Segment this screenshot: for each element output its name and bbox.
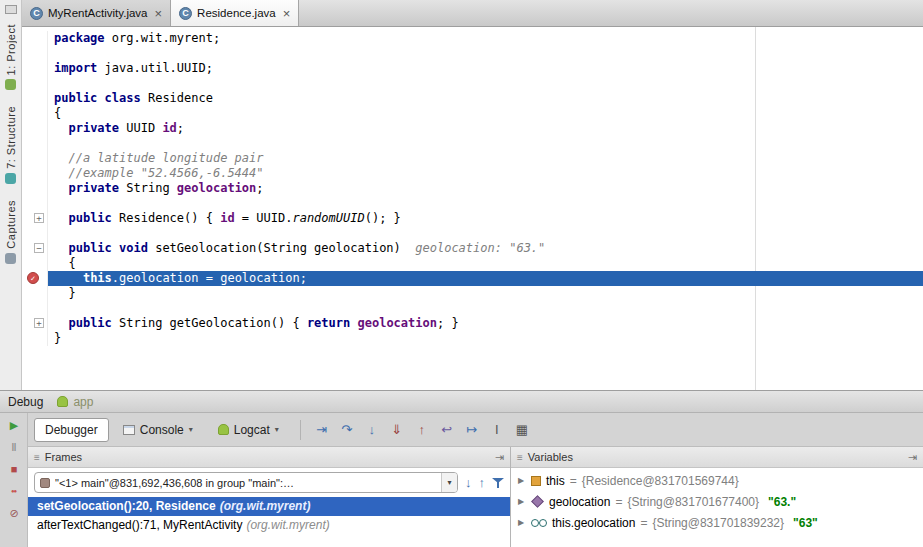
code-token: geolocation: "63." [401,241,546,255]
pause-icon[interactable]: Ⅱ [5,440,23,454]
fold-expand-icon[interactable]: + [34,318,44,328]
variable-row[interactable]: ▶geolocation = {String@831701677400}"63.… [511,491,923,512]
code-token: public [68,316,111,330]
debug-tool-window: Debug app ▶Ⅱ■●●⊘ DebuggerConsole▾Logcat▾… [0,390,923,547]
stop-icon[interactable]: ■ [5,462,23,476]
code-line[interactable]: //example "52.4566,-6.5444" [22,166,923,181]
equals-sign: = [640,516,647,530]
code-token: Residence() { [112,211,220,225]
code-line[interactable] [22,46,923,61]
show-execution-point-icon[interactable]: ⇥ [311,422,333,437]
tab-label: MyRentActivity.java [48,7,147,19]
close-tab-icon[interactable]: × [154,7,162,20]
step-into-icon[interactable]: ↓ [361,422,383,437]
code-line[interactable] [22,196,923,211]
code-line[interactable]: public class Residence [22,91,923,106]
gutter-cell [22,76,48,91]
dropdown-arrow-icon[interactable]: ▾ [441,473,457,492]
variable-row[interactable]: ▶this = {Residence@831701569744} [511,470,923,491]
tool-stripe-button-captures[interactable]: Captures [0,200,21,264]
editor-tab-myrentactivity-java[interactable]: CMyRentActivity.java× [22,0,171,26]
code-line[interactable]: { [22,106,923,121]
toolbar-separator [300,420,301,440]
evaluate-expression-icon[interactable]: ▦ [511,422,533,437]
run-to-cursor-icon[interactable]: ↦ [461,422,483,437]
step-out-icon[interactable]: ↑ [411,422,433,437]
equals-sign: = [615,495,622,509]
frame-row[interactable]: setGeolocation():20, Residence(org.wit.m… [28,497,510,516]
code-text: public void setGeolocation(String geoloc… [48,241,923,256]
thread-selector-value: "<1> main"@831,692,436,608 in group "mai… [55,477,436,489]
code-line[interactable]: package org.wit.myrent; [22,31,923,46]
drop-frame-icon[interactable]: ↩ [436,422,458,437]
resume-icon[interactable]: ▶ [5,418,23,432]
debug-tab-console[interactable]: Console▾ [112,418,204,442]
code-line[interactable] [22,136,923,151]
frame-text: afterTextChanged():71, MyRentActivity [37,518,242,532]
code-token [54,211,68,225]
view-breakpoints-icon[interactable]: ●● [5,484,23,498]
code-text: private String geolocation; [48,181,923,196]
debug-session-label: app [73,395,93,409]
code-text [48,46,923,61]
fold-expand-icon[interactable]: + [34,213,44,223]
tool-stripe-button-7-structure[interactable]: 7: Structure [0,106,21,184]
code-text [48,76,923,91]
expand-arrow-icon[interactable]: ▶ [516,497,526,506]
code-line[interactable]: //a latitude longitude pair [22,151,923,166]
fold-collapse-icon[interactable]: − [34,243,44,253]
hide-frames-filter-icon[interactable] [492,477,504,488]
dock-pin-icon[interactable]: ⇥ [908,451,917,464]
previous-frame-icon[interactable]: ↓ [465,475,472,490]
code-token [54,271,83,285]
gutter-cell: + [22,211,48,226]
code-line[interactable]: + public Residence() { id = UUID.randomU… [22,211,923,226]
next-frame-icon[interactable]: ↑ [479,475,486,490]
tool-stripe-label: 1: Project [5,24,17,75]
code-line[interactable]: + public String getGeolocation() { retur… [22,316,923,331]
tool-stripe-button-1-project[interactable]: 1: Project [0,24,21,90]
debug-tab-logcat[interactable]: Logcat▾ [207,418,290,442]
variable-name: this [546,474,565,488]
thread-selector[interactable]: "<1> main"@831,692,436,608 in group "mai… [34,472,458,493]
code-editor[interactable]: package org.wit.myrent;import java.util.… [22,27,923,390]
quick-evaluate-icon[interactable]: Ι [486,422,508,437]
debug-tab-label: Logcat [234,423,270,437]
code-line[interactable]: import java.util.UUID; [22,61,923,76]
code-line[interactable]: ✓ this.geolocation = geolocation; [22,271,923,286]
code-line[interactable] [22,226,923,241]
code-line[interactable]: private UUID id; [22,121,923,136]
editor-tab-bar: CMyRentActivity.java×CResidence.java× [22,0,923,27]
frame-row[interactable]: afterTextChanged():71, MyRentActivity(or… [28,516,510,535]
expand-arrow-icon[interactable]: ▶ [516,476,526,485]
code-lines: package org.wit.myrent;import java.util.… [22,31,923,346]
variable-string-value: "63" [793,516,818,530]
force-step-into-icon[interactable]: ⇓ [386,422,408,437]
close-tab-icon[interactable]: × [283,7,291,20]
debug-tab-debugger[interactable]: Debugger [34,418,109,442]
code-token: .geolocation = geolocation; [112,271,307,285]
dock-pin-icon[interactable]: ⇥ [495,451,504,464]
gutter-cell [22,181,48,196]
step-over-icon[interactable]: ↷ [336,422,358,437]
java-class-icon: C [179,7,192,20]
code-line[interactable]: { [22,256,923,271]
chevron-down-icon: ▾ [189,425,193,434]
code-line[interactable] [22,76,923,91]
code-line[interactable] [22,301,923,316]
code-line[interactable]: − public void setGeolocation(String geol… [22,241,923,256]
code-line[interactable]: private String geolocation; [22,181,923,196]
code-token: java.util.UUID; [97,61,213,75]
code-line[interactable]: } [22,286,923,301]
code-line[interactable]: } [22,331,923,346]
debug-toolbar: ⇥↷↓⇓↑↩↦Ι▦ [311,422,533,437]
variable-row[interactable]: ▶this.geolocation = {String@831701839232… [511,512,923,533]
gutter-cell [22,301,48,316]
tool-window-quick-access-icon[interactable] [5,5,17,14]
editor-tab-residence-java[interactable]: CResidence.java× [171,0,299,26]
code-text [48,226,923,241]
mute-breakpoints-icon[interactable]: ⊘ [5,506,23,520]
expand-arrow-icon[interactable]: ▶ [516,518,526,527]
code-token: ; [256,181,263,195]
code-text: public class Residence [48,91,923,106]
